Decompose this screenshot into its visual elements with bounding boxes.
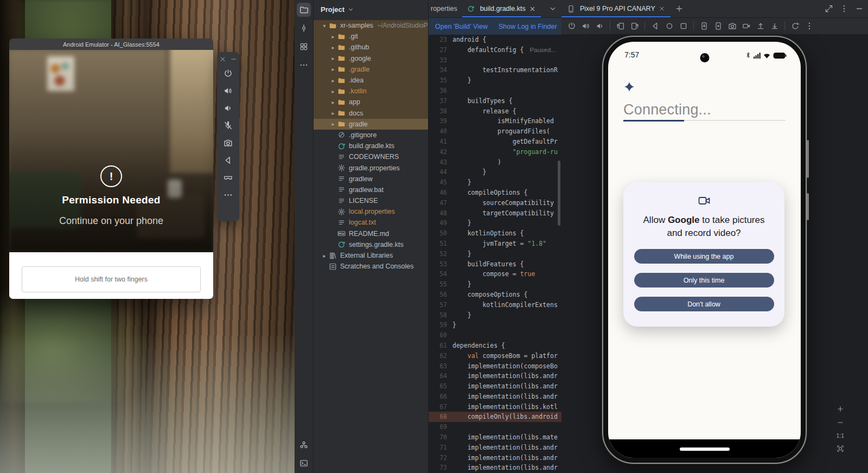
chevron-right-icon[interactable]: ▸ xyxy=(329,110,337,116)
code-line-59[interactable]: 59} xyxy=(429,320,561,330)
emulator-display[interactable]: ! Permission Needed Continue on your pho… xyxy=(9,50,213,252)
chevron-right-icon[interactable]: ▸ xyxy=(329,121,337,127)
only-this-time-button[interactable]: Only this time xyxy=(634,273,774,287)
tree-item-license[interactable]: LICENSE xyxy=(314,195,428,206)
tree-item-docs[interactable]: ▸docs xyxy=(314,108,428,119)
more-h-button[interactable] xyxy=(224,190,233,200)
code-line-53[interactable]: 53 buildFeatures { xyxy=(429,259,561,270)
editor-scrollbar[interactable] xyxy=(558,161,560,226)
tab-gradle-properties[interactable]: roperties xyxy=(429,0,462,17)
tree-item-gradlew-bat[interactable]: gradlew.bat xyxy=(314,184,428,195)
code-editor[interactable]: 23android {27 defaultConfig {Paused...33… xyxy=(429,35,561,473)
code-line-39[interactable]: 39 isMinifyEnabled xyxy=(429,116,561,126)
open-in-window-button[interactable] xyxy=(825,4,833,13)
back-button[interactable] xyxy=(224,156,233,165)
tab-pixel-9-pro[interactable]: Pixel 9 Pro API CANARY xyxy=(561,0,671,17)
code-line-27[interactable]: 27 defaultConfig {Paused... xyxy=(429,45,561,55)
tree-item-git[interactable]: ▸.git xyxy=(314,31,428,42)
tree-item-local-properties[interactable]: local.properties xyxy=(314,206,428,217)
snapshot-button[interactable] xyxy=(789,21,801,32)
zoom-out-button[interactable] xyxy=(837,419,844,426)
chevron-right-icon[interactable]: ▸ xyxy=(329,44,337,50)
minimize-button[interactable] xyxy=(230,56,237,63)
tree-item-readme-md[interactable]: README.md xyxy=(314,228,428,239)
power-button[interactable] xyxy=(224,69,233,78)
volume-up-button[interactable] xyxy=(224,86,233,95)
tree-item-gradle[interactable]: ▸.gradle xyxy=(314,64,428,75)
code-line-65[interactable]: 65 implementation(libs.andr xyxy=(429,381,561,392)
camera-button[interactable] xyxy=(224,138,233,148)
code-line-67[interactable]: 67 implementation(libs.kotl xyxy=(429,402,561,412)
chevron-down-icon[interactable]: ▾ xyxy=(320,23,329,29)
back-button[interactable] xyxy=(649,21,661,32)
code-line-37[interactable]: 37 buildTypes { xyxy=(429,96,561,106)
chevron-right-icon[interactable]: ▸ xyxy=(329,34,337,40)
code-line-51[interactable]: 51 jvmTarget = "1.8" xyxy=(429,239,561,249)
close-icon[interactable] xyxy=(529,5,536,12)
code-line-64[interactable]: 64 implementation(libs.andr xyxy=(429,371,561,381)
tab-list-button[interactable] xyxy=(548,0,557,17)
xr-glasses-button[interactable] xyxy=(224,173,233,182)
close-button[interactable] xyxy=(219,56,226,63)
rotate-left-button[interactable] xyxy=(615,21,626,32)
vcs-button[interactable] xyxy=(297,438,311,452)
zoom-reset-button[interactable]: 1:1 xyxy=(836,432,844,439)
code-line-71[interactable]: 71 implementation(libs.andr xyxy=(429,443,561,453)
tree-item-gradle[interactable]: ▸gradle xyxy=(314,119,428,130)
code-line-63[interactable]: 63 implementation(composeBo xyxy=(429,361,561,372)
emulator-title-bar[interactable]: Android Emulator - AI_Glasses:5554 xyxy=(9,39,213,50)
code-line-46[interactable]: 46 compileOptions { xyxy=(429,188,561,198)
code-line-54[interactable]: 54 compose = true xyxy=(429,269,561,279)
code-line-72[interactable]: 72 implementation(libs.andr xyxy=(429,453,561,463)
screen-record-button[interactable] xyxy=(712,21,724,32)
chevron-right-icon[interactable]: ▸ xyxy=(329,66,337,72)
zoom-in-button[interactable] xyxy=(837,405,844,413)
screenshot-button[interactable] xyxy=(698,21,710,32)
chevron-right-icon[interactable]: ▸ xyxy=(329,88,337,94)
zoom-fit-button[interactable] xyxy=(837,445,844,452)
chevron-right-icon[interactable]: ▸ xyxy=(320,253,329,259)
code-line-50[interactable]: 50 kotlinOptions { xyxy=(429,228,561,239)
tree-item-google[interactable]: ▸.google xyxy=(314,53,428,64)
code-line-57[interactable]: 57 kotlinCompilerExtens xyxy=(429,300,561,310)
code-line-66[interactable]: 66 implementation(libs.andr xyxy=(429,392,561,402)
code-line-61[interactable]: 61dependencies { xyxy=(429,341,561,351)
tree-item-gradlew[interactable]: gradlew xyxy=(314,174,428,184)
terminal-button[interactable] xyxy=(297,456,311,470)
download-button[interactable] xyxy=(769,21,780,32)
tree-item-build-gradle-kts[interactable]: build.gradle.kts xyxy=(314,140,428,151)
code-line-73[interactable]: 73 implementation(libs.andr xyxy=(429,463,561,473)
code-line-36[interactable]: 36 xyxy=(429,86,561,96)
project-button[interactable] xyxy=(297,3,311,17)
tree-item-logcat-txt[interactable]: logcat.txt xyxy=(314,217,428,228)
camera-button[interactable] xyxy=(726,21,738,32)
home-button[interactable] xyxy=(663,21,675,32)
hide-panel-button[interactable] xyxy=(855,4,864,13)
code-line-68[interactable]: 68 compileOnly(libs.android xyxy=(429,412,561,422)
show-log-in-finder-link[interactable]: Show Log in Finder xyxy=(499,23,557,30)
power-button[interactable] xyxy=(566,21,577,32)
code-line-60[interactable]: 60 xyxy=(429,330,561,341)
code-line-69[interactable]: 69 xyxy=(429,422,561,432)
code-line-41[interactable]: 41 getDefaultPr xyxy=(429,137,561,147)
tree-item-settings-gradle-kts[interactable]: settings.gradle.kts xyxy=(314,239,428,250)
code-line-58[interactable]: 58 } xyxy=(429,310,561,321)
project-panel-header[interactable]: Project xyxy=(314,0,428,18)
more-button[interactable] xyxy=(803,21,815,32)
overview-button[interactable] xyxy=(678,21,689,32)
code-line-45[interactable]: 45 } xyxy=(429,177,561,188)
code-line-34[interactable]: 34 testInstrumentationR xyxy=(429,65,561,75)
code-line-40[interactable]: 40 proguardFiles( xyxy=(429,126,561,137)
code-line-62[interactable]: 62 val composeBom = platfor xyxy=(429,351,561,361)
mic-off-button[interactable] xyxy=(224,121,233,130)
code-line-47[interactable]: 47 sourceCompatibility xyxy=(429,198,561,208)
code-line-23[interactable]: 23android { xyxy=(429,35,561,45)
code-line-52[interactable]: 52 } xyxy=(429,249,561,259)
code-line-70[interactable]: 70 implementation(libs.mate xyxy=(429,432,561,443)
code-line-56[interactable]: 56 composeOptions { xyxy=(429,290,561,300)
code-line-48[interactable]: 48 targetCompatibility xyxy=(429,208,561,219)
chevron-right-icon[interactable]: ▸ xyxy=(329,78,337,84)
tree-item-codeowners[interactable]: CODEOWNERS xyxy=(314,151,428,162)
code-line-44[interactable]: 44 } xyxy=(429,167,561,177)
panel-options-button[interactable] xyxy=(840,4,848,13)
